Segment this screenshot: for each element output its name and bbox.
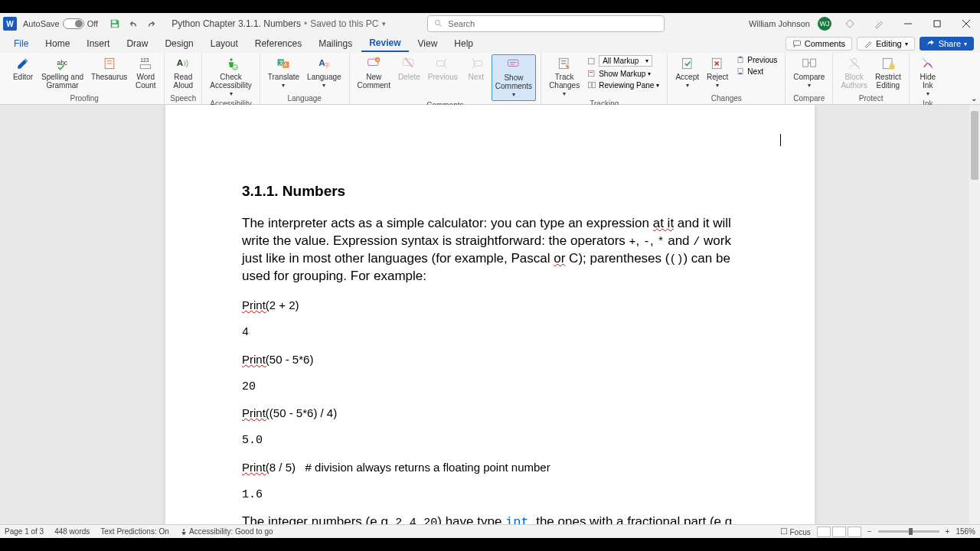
svg-point-2 <box>436 21 440 25</box>
tab-design[interactable]: Design <box>157 36 201 51</box>
user-name[interactable]: William Johnson <box>749 19 810 28</box>
focus-button[interactable]: Focus <box>780 527 811 536</box>
search-input[interactable]: Search <box>427 15 665 32</box>
thesaurus-button[interactable]: Thesaurus <box>88 54 130 83</box>
save-button[interactable] <box>107 16 122 31</box>
accessibility-status[interactable]: Accessibility: Good to go <box>180 527 273 536</box>
vertical-scrollbar[interactable] <box>969 105 980 524</box>
tab-references[interactable]: References <box>247 36 309 51</box>
group-accessibility: Check Accessibility▾ Accessibility <box>202 53 260 104</box>
reviewing-pane-button[interactable]: Reviewing Pane▾ <box>584 80 662 90</box>
spelling-button[interactable]: abcSpelling and Grammar <box>38 54 87 91</box>
result-2: 20 <box>242 380 738 395</box>
tab-mailings[interactable]: Mailings <box>311 36 360 51</box>
svg-rect-54 <box>889 65 894 70</box>
tab-review[interactable]: Review <box>361 35 408 52</box>
group-tracking: Track Changes▾ All Markup▾ Show Markup▾ … <box>541 53 668 104</box>
autosave-state: Off <box>87 19 98 28</box>
svg-text:+: + <box>377 57 380 63</box>
svg-text:字: 字 <box>324 61 330 69</box>
collapse-ribbon-button[interactable]: ⌄ <box>971 94 977 103</box>
tab-view[interactable]: View <box>410 36 446 51</box>
minimize-button[interactable] <box>897 15 919 33</box>
comments-button[interactable]: Comments <box>786 37 852 51</box>
maximize-button[interactable] <box>926 15 948 33</box>
redo-button[interactable] <box>144 16 159 31</box>
result-4: 1.6 <box>242 487 738 503</box>
svg-rect-30 <box>474 61 482 67</box>
close-button[interactable] <box>956 15 977 33</box>
compare-button[interactable]: Compare▾ <box>790 54 828 91</box>
read-aloud-button[interactable]: ARead Aloud <box>169 54 197 91</box>
svg-point-16 <box>230 58 232 60</box>
previous-change-button[interactable]: Previous <box>733 54 780 65</box>
document-title[interactable]: Python Chapter 3.1.1. Numbers • Saved to… <box>172 18 385 29</box>
code-1: Print(2 + 2) <box>242 298 738 315</box>
word-count[interactable]: 448 words <box>54 527 90 536</box>
pen-icon[interactable] <box>868 15 890 33</box>
reject-button[interactable]: Reject▾ <box>704 54 731 91</box>
int-link[interactable]: int <box>505 515 529 524</box>
chevron-down-icon: ▾ <box>382 20 386 28</box>
editing-mode-button[interactable]: Editing▾ <box>857 37 915 51</box>
accept-button[interactable]: Accept▾ <box>672 54 702 91</box>
scroll-thumb[interactable] <box>971 111 978 180</box>
svg-rect-48 <box>802 59 808 67</box>
svg-rect-38 <box>589 70 595 77</box>
next-change-button[interactable]: Next <box>733 66 780 77</box>
zoom-out-button[interactable]: − <box>867 527 872 536</box>
web-layout-button[interactable] <box>848 527 861 537</box>
autosave-toggle[interactable]: AutoSave Off <box>23 18 98 29</box>
autosave-label: AutoSave <box>23 19 60 28</box>
result-1: 4 <box>242 325 738 341</box>
hide-ink-button[interactable]: Hide Ink▾ <box>914 54 942 99</box>
zoom-in-button[interactable]: + <box>946 527 950 536</box>
group-speech: ARead Aloud Speech <box>165 53 202 104</box>
editor-button[interactable]: Editor <box>9 54 37 83</box>
page-indicator[interactable]: Page 1 of 3 <box>5 527 44 536</box>
statusbar: Page 1 of 3 448 words Text Predictions: … <box>0 524 980 538</box>
language-button[interactable]: A字Language▾ <box>304 54 345 91</box>
toggle-icon <box>63 18 84 29</box>
tab-draw[interactable]: Draw <box>119 36 155 51</box>
pencil-icon <box>864 39 873 48</box>
svg-rect-57 <box>781 528 787 534</box>
document-page[interactable]: 3.1.1. Numbers The interpreter acts as a… <box>165 105 815 524</box>
read-mode-button[interactable] <box>817 527 831 537</box>
next-comment-button: Next <box>462 54 490 83</box>
markup-dropdown[interactable]: All Markup▾ <box>584 54 662 67</box>
ribbon-tabs: File Home Insert Draw Design Layout Refe… <box>0 34 980 53</box>
tab-help[interactable]: Help <box>446 36 481 51</box>
check-accessibility-button[interactable]: Check Accessibility▾ <box>207 54 254 99</box>
group-compare: Compare▾ Compare <box>786 53 833 104</box>
code-4: Print(8 / 5) # division always returns a… <box>242 460 738 477</box>
diamond-icon[interactable] <box>839 15 861 33</box>
group-proofing: Editor abcSpelling and Grammar Thesaurus… <box>5 53 165 104</box>
zoom-level[interactable]: 156% <box>956 527 975 536</box>
text-predictions[interactable]: Text Predictions: On <box>100 527 168 536</box>
zoom-slider[interactable] <box>878 530 939 533</box>
track-changes-button[interactable]: Track Changes▾ <box>546 54 583 99</box>
ribbon: Editor abcSpelling and Grammar Thesaurus… <box>0 53 980 105</box>
restrict-editing-button[interactable]: Restrict Editing <box>872 54 904 91</box>
titlebar: W AutoSave Off Python Chapter 3.1.1. Num… <box>0 13 980 34</box>
share-button[interactable]: Share▾ <box>920 37 974 51</box>
tab-insert[interactable]: Insert <box>79 36 117 51</box>
show-comments-button[interactable]: Show Comments▾ <box>492 54 536 101</box>
svg-text:A: A <box>177 57 184 67</box>
svg-rect-14 <box>141 65 151 69</box>
user-avatar[interactable]: WJ <box>818 17 831 31</box>
tab-layout[interactable]: Layout <box>203 36 246 51</box>
tab-file[interactable]: File <box>6 36 36 51</box>
svg-point-56 <box>183 529 185 531</box>
new-comment-button[interactable]: +New Comment <box>354 54 394 91</box>
tab-home[interactable]: Home <box>38 36 77 51</box>
code-3: Print((50 - 5*6) / 4) <box>242 406 738 422</box>
wordcount-button[interactable]: 123Word Count <box>132 54 159 91</box>
document-area[interactable]: 3.1.1. Numbers The interpreter acts as a… <box>0 105 980 524</box>
undo-button[interactable] <box>126 16 141 31</box>
print-layout-button[interactable] <box>832 527 846 537</box>
show-markup-button[interactable]: Show Markup▾ <box>584 68 662 79</box>
translate-button[interactable]: 文ATranslate▾ <box>265 54 302 91</box>
paragraph-1: The interpreter acts as a simple calcula… <box>242 215 738 285</box>
